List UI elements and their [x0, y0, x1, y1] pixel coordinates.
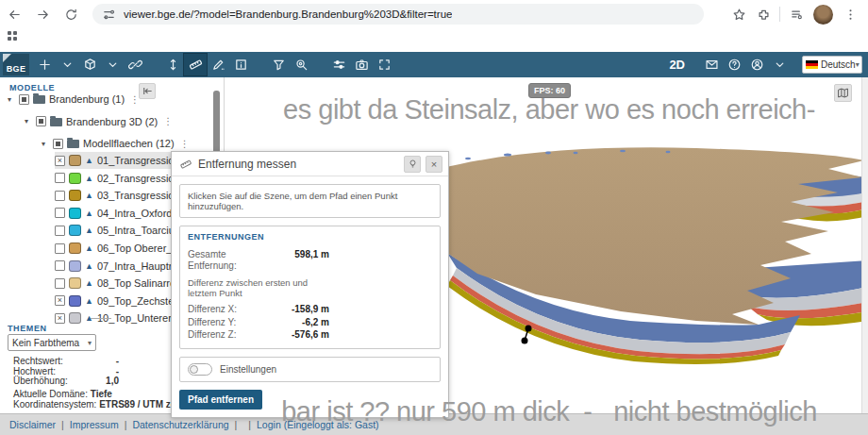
layer-row[interactable]: ▲08_Top Salinarröt_(	[55, 275, 188, 292]
layer-color-chip[interactable]	[69, 208, 81, 219]
link-icon[interactable]	[124, 54, 146, 75]
footer-separator: |	[125, 419, 127, 430]
funnel-icon[interactable]	[267, 54, 290, 75]
reading-list-icon[interactable]	[784, 8, 809, 22]
chevron-down-icon[interactable]	[56, 54, 78, 75]
surface-triangle-icon: ▲	[85, 191, 93, 200]
checkbox[interactable]	[55, 260, 65, 271]
cube-icon[interactable]	[78, 54, 101, 75]
settings-row: Einstellungen	[179, 357, 441, 382]
layer-color-chip[interactable]	[69, 295, 81, 307]
grid-icon[interactable]	[8, 31, 18, 42]
caret-icon[interactable]: ▾	[42, 140, 49, 148]
remove-path-button[interactable]: Pfad entfernen	[179, 390, 262, 410]
close-icon[interactable]: ×	[426, 156, 442, 173]
footer-link[interactable]: Disclaimer	[9, 419, 56, 430]
height-arrows-icon[interactable]	[161, 54, 184, 75]
checkbox[interactable]	[55, 208, 65, 218]
tree-folder[interactable]: ▾Modellflaechen (12)⋮	[42, 135, 190, 152]
layer-color-chip[interactable]	[69, 312, 81, 324]
caret-icon[interactable]: ▾	[8, 95, 15, 104]
plus-icon[interactable]	[33, 54, 56, 75]
site-info-icon[interactable]	[102, 8, 116, 22]
switch-2d-button[interactable]: 2D	[669, 58, 685, 72]
info-icon[interactable]	[229, 54, 252, 75]
checkbox[interactable]	[36, 116, 46, 126]
footer-separator: |	[61, 419, 64, 430]
diff-row: Differenz Y:-6,2 m	[188, 317, 432, 328]
checkbox[interactable]	[55, 278, 65, 289]
back-arrow-icon[interactable]	[0, 8, 28, 22]
language-value: Deutsch	[821, 59, 856, 70]
checkbox[interactable]	[55, 173, 65, 183]
coordinate-readout: Rechtswert:-Hochwert:-Überhöhung:1,0	[13, 357, 155, 387]
layer-row[interactable]: ▲07_Intra_Hauptmus	[55, 258, 189, 275]
expand-icon[interactable]	[373, 54, 395, 75]
footer-link[interactable]: Impressum	[70, 419, 119, 430]
layer-color-chip[interactable]	[69, 277, 81, 289]
checkbox[interactable]	[19, 94, 29, 105]
layer-color-chip[interactable]	[69, 243, 81, 254]
row-menu-icon[interactable]: ⋮	[163, 116, 173, 126]
avatar[interactable]	[813, 5, 833, 25]
reload-icon[interactable]	[57, 8, 85, 22]
folder-icon	[50, 118, 62, 126]
chevron-down-icon[interactable]	[101, 54, 124, 75]
ruler-icon[interactable]	[184, 54, 207, 75]
checkbox[interactable]	[53, 139, 63, 149]
tree-folder[interactable]: ▾Brandenburg (1)⋮	[8, 91, 140, 108]
layer-color-chip[interactable]	[69, 155, 81, 166]
bge-logo[interactable]: BGE	[3, 54, 29, 75]
farbthema-value: Kein Farbthema	[12, 338, 79, 348]
pencil-icon[interactable]	[207, 54, 229, 75]
settings-toggle[interactable]	[188, 363, 212, 376]
help-icon[interactable]	[723, 54, 745, 75]
layer-color-chip[interactable]	[69, 260, 81, 272]
checkbox[interactable]: ×	[55, 156, 65, 166]
german-flag-icon	[806, 60, 818, 69]
extensions-puzzle-icon[interactable]	[751, 8, 776, 22]
layer-color-chip[interactable]	[69, 173, 81, 184]
search-icon[interactable]	[290, 54, 312, 75]
folder-label: Brandenburg 3D (2)	[66, 116, 158, 127]
distances-header: ENTFERNUNGEN	[188, 232, 432, 242]
layer-color-chip[interactable]	[69, 190, 81, 201]
surface-triangle-icon: ▲	[85, 278, 93, 288]
bookmark-star-icon[interactable]	[726, 8, 751, 22]
mail-icon[interactable]	[700, 54, 723, 75]
row-menu-icon[interactable]: ⋮	[130, 94, 140, 105]
total-distance-value: 598,1 m	[277, 249, 329, 271]
footer-separator: |	[235, 419, 238, 430]
camera-icon[interactable]	[350, 54, 373, 75]
checkbox[interactable]: ×	[55, 313, 65, 324]
collapse-panel-button[interactable]	[139, 83, 156, 99]
dialog-header[interactable]: Entfernung messen ×	[172, 152, 448, 176]
canvas-right-edge	[861, 77, 868, 413]
address-bar[interactable]: viewer.bge.de/?model=Brandenburg.Branden…	[92, 4, 704, 25]
folder-label: Modellflaechen (12)	[83, 138, 175, 149]
checkbox[interactable]: ×	[55, 295, 65, 306]
checkbox[interactable]	[55, 243, 65, 254]
caret-icon[interactable]: ▾	[25, 117, 32, 125]
farbthema-select[interactable]: Kein Farbthema ▾	[8, 334, 96, 351]
divider	[779, 7, 780, 22]
footer-link[interactable]: Login (Eingeloggt als: Gast)	[257, 419, 379, 430]
row-menu-icon[interactable]: ⋮	[180, 139, 190, 149]
forward-arrow-icon[interactable]	[28, 8, 57, 22]
bulb-icon[interactable]	[404, 156, 421, 173]
account-icon[interactable]	[745, 54, 768, 75]
tree-folder[interactable]: ▾Brandenburg 3D (2)⋮	[25, 113, 173, 130]
layer-row[interactable]: ▲05_Intra_Toarcium_	[55, 222, 189, 239]
panel-resize-handle[interactable]	[91, 318, 111, 321]
folder-icon	[67, 140, 79, 148]
checkbox[interactable]	[55, 191, 65, 201]
more-vert-icon[interactable]	[838, 8, 862, 22]
layer-color-chip[interactable]	[69, 225, 81, 236]
footer-link[interactable]: Datenschutzerklärung	[132, 419, 228, 430]
language-select[interactable]: Deutsch ▾	[802, 56, 862, 74]
map-book-icon[interactable]	[834, 84, 852, 102]
sliders-icon[interactable]	[327, 54, 350, 75]
checkbox[interactable]	[55, 226, 65, 236]
url-text[interactable]: viewer.bge.de/?model=Brandenburg.Branden…	[124, 8, 452, 20]
chevron-down-icon[interactable]	[768, 54, 791, 75]
